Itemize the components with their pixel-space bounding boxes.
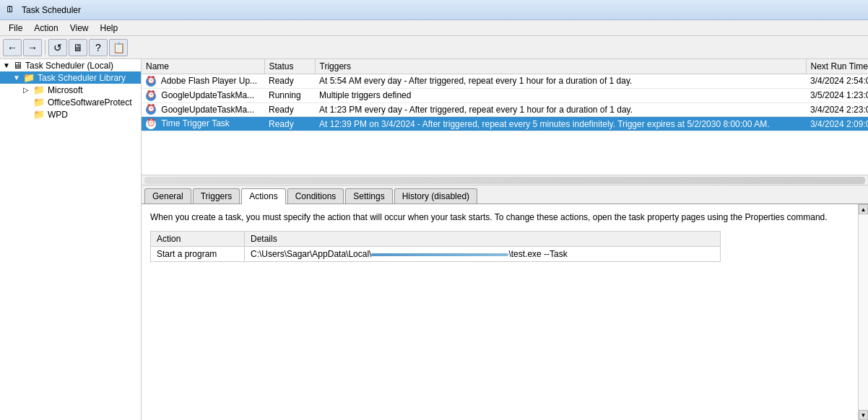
local-label: Task Scheduler (Local) (25, 61, 113, 71)
task-row1-icon (146, 91, 156, 101)
task-list-pane: Name Status Triggers Next Run Time Adobe… (142, 59, 868, 185)
col-name: Name (142, 59, 264, 74)
row2-name: GoogleUpdateTaskMa... (142, 102, 264, 117)
actions-table-header: Action Details (151, 231, 721, 246)
tree-item-wpd[interactable]: 📁 WPD (0, 108, 141, 121)
back-button[interactable]: ← (3, 39, 22, 56)
row2-status: Ready (264, 102, 315, 117)
row3-triggers: At 12:39 PM on 3/4/2024 - After triggere… (315, 117, 806, 131)
task-row2-icon (146, 105, 156, 115)
menu-view[interactable]: View (64, 22, 95, 35)
actions-table: Action Details Start a program C:\Users\… (150, 231, 721, 262)
title-bar-text: Task Scheduler (22, 5, 81, 15)
actions-col-details: Details (245, 231, 721, 246)
office-label: OfficeSoftwareProtect (48, 97, 132, 108)
tab-general[interactable]: General (144, 188, 191, 204)
table-row[interactable]: GoogleUpdateTaskMa... Running Multiple t… (142, 88, 868, 102)
task-row0-icon (146, 76, 156, 87)
col-triggers: Triggers (315, 59, 806, 74)
computer-button[interactable]: 🖥 (69, 39, 87, 56)
row1-triggers: Multiple triggers defined (315, 88, 806, 102)
col-status: Status (264, 59, 315, 74)
tab-history[interactable]: History (disabled) (394, 188, 477, 204)
menu-action[interactable]: Action (28, 22, 64, 35)
left-panel: ▼ 🖥 Task Scheduler (Local) ▼ 📁 Task Sche… (0, 59, 142, 420)
tab-bar: General Triggers Actions Conditions Sett… (142, 185, 868, 204)
task-table-header: Name Status Triggers Next Run Time (142, 59, 868, 74)
export-button[interactable]: 📋 (109, 39, 128, 56)
actions-row0-action: Start a program (151, 246, 245, 261)
actions-description: When you create a task, you must specify… (150, 211, 849, 224)
detail-pane: General Triggers Actions Conditions Sett… (142, 185, 868, 420)
row1-name: GoogleUpdateTaskMa... (142, 88, 264, 102)
library-label: Task Scheduler Library (38, 73, 126, 83)
tree-item-library[interactable]: ▼ 📁 Task Scheduler Library (0, 71, 141, 84)
row2-nextrun: 3/4/2024 2:23:00 P (806, 102, 868, 117)
main-layout: ▼ 🖥 Task Scheduler (Local) ▼ 📁 Task Sche… (0, 59, 868, 420)
actions-row0-details: C:\Users\Sagar\AppData\Local\\test.exe -… (245, 246, 721, 261)
row1-nextrun: 3/5/2024 1:23:00 P (806, 88, 868, 102)
detail-scrollbar[interactable]: ▲ ▼ (858, 204, 868, 420)
col-nextrun: Next Run Time (806, 59, 868, 74)
menu-bar: File Action View Help (0, 20, 868, 36)
row3-name: Time Trigger Task (142, 117, 264, 131)
tab-content-actions: When you create a task, you must specify… (142, 204, 858, 420)
tree-item-officesoftware[interactable]: 📁 OfficeSoftwareProtect (0, 96, 141, 108)
expand-microsoft: ▷ (23, 86, 32, 94)
row0-nextrun: 3/4/2024 2:54:00 P (806, 74, 868, 89)
title-bar-icon: 🗓 (6, 4, 17, 16)
wpd-icon: 📁 (33, 109, 45, 120)
row1-status: Running (264, 88, 315, 102)
tree-item-local[interactable]: ▼ 🖥 Task Scheduler (Local) (0, 59, 141, 71)
task-row3-icon (146, 119, 156, 129)
refresh-button[interactable]: ↺ (48, 39, 67, 56)
table-row[interactable]: Adobe Flash Player Up... Ready At 5:54 A… (142, 74, 868, 89)
row3-nextrun: 3/4/2024 2:09:04 P (806, 117, 868, 131)
tab-settings[interactable]: Settings (345, 188, 392, 204)
tab-triggers[interactable]: Triggers (193, 188, 240, 204)
menu-help[interactable]: Help (95, 22, 124, 35)
scroll-up-btn[interactable]: ▲ (859, 204, 868, 214)
toolbar: ← → ↺ 🖥 ? 📋 (0, 36, 868, 59)
microsoft-icon: 📁 (33, 84, 45, 95)
task-table: Name Status Triggers Next Run Time Adobe… (142, 59, 868, 131)
wpd-label: WPD (48, 110, 68, 120)
row2-triggers: At 1:23 PM every day - After triggered, … (315, 102, 806, 117)
actions-col-action: Action (151, 231, 245, 246)
task-scroll-wrapper[interactable]: Name Status Triggers Next Run Time Adobe… (142, 59, 868, 175)
microsoft-label: Microsoft (48, 85, 83, 95)
tab-actions[interactable]: Actions (241, 188, 285, 204)
row0-triggers: At 5:54 AM every day - After triggered, … (315, 74, 806, 89)
toolbar-separator-1 (45, 40, 45, 55)
expand-library: ▼ (13, 74, 22, 82)
right-panel: Name Status Triggers Next Run Time Adobe… (142, 59, 868, 420)
table-row[interactable]: GoogleUpdateTaskMa... Ready At 1:23 PM e… (142, 102, 868, 117)
tab-conditions[interactable]: Conditions (287, 188, 344, 204)
table-row-selected[interactable]: Time Trigger Task Ready At 12:39 PM on 3… (142, 117, 868, 131)
scroll-down-btn[interactable]: ▼ (859, 410, 868, 420)
title-bar: 🗓 Task Scheduler (0, 0, 868, 20)
row0-status: Ready (264, 74, 315, 89)
help-button[interactable]: ? (89, 39, 108, 56)
office-icon: 📁 (33, 97, 45, 108)
row3-status: Ready (264, 117, 315, 131)
expand-local: ▼ (3, 61, 12, 69)
actions-row[interactable]: Start a program C:\Users\Sagar\AppData\L… (151, 246, 721, 261)
detail-content-wrapper: When you create a task, you must specify… (142, 204, 868, 420)
tree-item-microsoft[interactable]: ▷ 📁 Microsoft (0, 84, 141, 96)
redacted-path (371, 253, 508, 256)
menu-file[interactable]: File (3, 22, 28, 35)
library-icon: 📁 (23, 72, 35, 83)
scroll-track (859, 214, 868, 410)
local-icon: 🖥 (13, 60, 22, 71)
forward-button[interactable]: → (23, 39, 42, 56)
h-scrollbar[interactable] (142, 175, 868, 185)
row0-name: Adobe Flash Player Up... (142, 74, 264, 89)
